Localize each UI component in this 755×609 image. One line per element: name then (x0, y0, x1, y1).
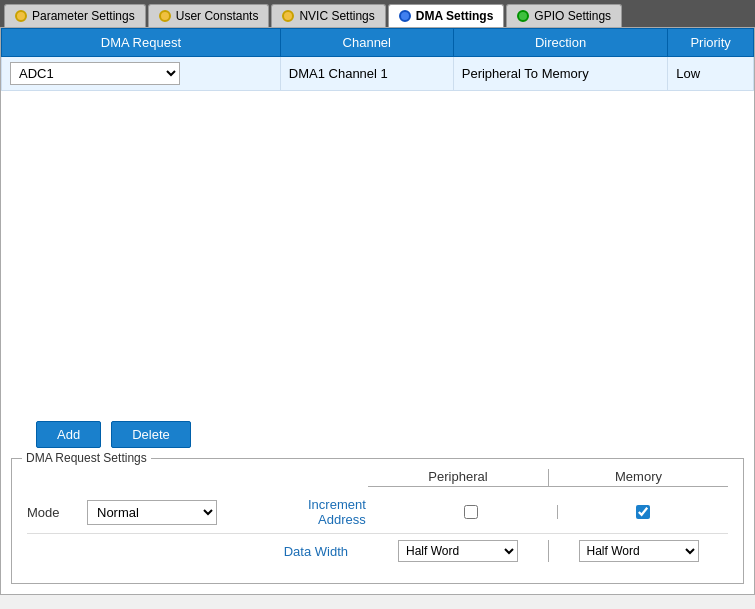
memory-col-header: Memory (548, 469, 728, 487)
empty-area (1, 91, 754, 411)
add-button[interactable]: Add (36, 421, 101, 448)
dma-settings-label: DMA Settings (416, 9, 494, 23)
dma-request-select[interactable]: ADC1 (10, 62, 180, 85)
peripheral-col-header: Peripheral (368, 469, 548, 487)
peripheral-checkbox[interactable] (464, 505, 478, 519)
peripheral-checkbox-cell (386, 505, 557, 519)
mode-label: Mode (27, 505, 87, 520)
dma-table: DMA Request Channel Direction Priority A… (1, 28, 754, 91)
channel-cell: DMA1 Channel 1 (280, 57, 453, 91)
peripheral-width-select[interactable]: Half WordByteWord (398, 540, 518, 562)
tab-dma-settings[interactable]: DMA Settings (388, 4, 505, 27)
user-constants-label: User Constants (176, 9, 259, 23)
dma-request-settings: DMA Request Settings Peripheral Memory M… (11, 458, 744, 584)
col-header-direction: Direction (453, 29, 668, 57)
dma-settings-icon (399, 10, 411, 22)
mode-row: Mode NormalCircularPeripheral To MemoryM… (27, 491, 728, 534)
main-content: DMA Request Channel Direction Priority A… (0, 27, 755, 595)
mode-control: NormalCircularPeripheral To MemoryMemory… (87, 500, 308, 525)
data-width-label: Data Width (27, 544, 368, 559)
nvic-settings-label: NVIC Settings (299, 9, 374, 23)
increment-row-right: Increment Address (308, 497, 728, 527)
tab-user-constants[interactable]: User Constants (148, 4, 270, 27)
memory-checkbox-cell (557, 505, 728, 519)
memory-width-cell: Half WordByteWord (548, 540, 728, 562)
data-width-row: Data Width Half WordByteWord Half WordBy… (27, 534, 728, 568)
gpio-settings-icon (517, 10, 529, 22)
priority-cell: Low (668, 57, 754, 91)
table-row: ADC1DMA1 Channel 1Peripheral To MemoryLo… (2, 57, 754, 91)
memory-width-select[interactable]: Half WordByteWord (579, 540, 699, 562)
col-header-channel: Channel (280, 29, 453, 57)
delete-button[interactable]: Delete (111, 421, 191, 448)
tab-gpio-settings[interactable]: GPIO Settings (506, 4, 622, 27)
table-header-row: DMA Request Channel Direction Priority (2, 29, 754, 57)
direction-cell: Peripheral To Memory (453, 57, 668, 91)
peripheral-width-cell: Half WordByteWord (368, 540, 548, 562)
col-header-dma-request: DMA Request (2, 29, 281, 57)
col-headers-row: Peripheral Memory (27, 469, 728, 487)
nvic-settings-icon (282, 10, 294, 22)
increment-label: Increment Address (308, 497, 386, 527)
gpio-settings-label: GPIO Settings (534, 9, 611, 23)
mode-select[interactable]: NormalCircularPeripheral To MemoryMemory… (87, 500, 217, 525)
settings-group-label: DMA Request Settings (22, 451, 151, 465)
tab-nvic-settings[interactable]: NVIC Settings (271, 4, 385, 27)
col-header-priority: Priority (668, 29, 754, 57)
parameter-settings-icon (15, 10, 27, 22)
user-constants-icon (159, 10, 171, 22)
tabs-bar: Parameter SettingsUser ConstantsNVIC Set… (0, 0, 755, 27)
parameter-settings-label: Parameter Settings (32, 9, 135, 23)
memory-checkbox[interactable] (636, 505, 650, 519)
tab-parameter-settings[interactable]: Parameter Settings (4, 4, 146, 27)
